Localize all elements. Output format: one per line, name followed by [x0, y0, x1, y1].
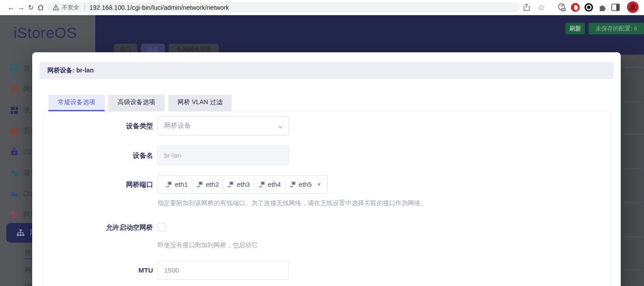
device-type-select[interactable]: 网桥设备 — [157, 116, 289, 135]
back-icon[interactable]: ← — [6, 0, 16, 15]
bridge-ports-help: 指定要附加到该网桥的有线端口。为了连接无线网络，请在无线设置中选择关联的接口作为… — [157, 199, 427, 207]
modal-title: 网桥设备: br-lan — [47, 67, 93, 75]
port-name: eth4 — [268, 181, 281, 188]
port-chip: eth3 — [223, 181, 254, 188]
store-bag-icon — [10, 148, 18, 156]
refresh-button[interactable]: 刷新 — [565, 23, 585, 34]
device-name-input[interactable]: br-lan — [157, 146, 289, 165]
port-chip: eth4 — [254, 181, 285, 188]
tab-advanced-device-options[interactable]: 高级设备选项 — [108, 95, 165, 111]
device-type-label: 设备类型 — [68, 116, 153, 135]
gauge-extension-icon[interactable] — [557, 3, 567, 12]
dark-circle-extension-icon[interactable] — [584, 3, 593, 12]
port-name: eth3 — [237, 181, 250, 188]
device-type-value: 网桥设备 — [164, 122, 191, 130]
device-name-label: 设备名 — [68, 146, 153, 165]
mtu-input[interactable]: 1500 — [157, 261, 289, 280]
port-chip: eth1 — [161, 181, 192, 188]
modal-title-bar: 网桥设备: br-lan — [39, 62, 614, 79]
reload-icon[interactable]: ↻ — [26, 0, 36, 15]
tab-bridge-vlan-filtering[interactable]: 网桥 VLAN 过滤 — [168, 95, 232, 111]
bridge-device-modal: 网桥设备: br-lan 常规设备选项 高级设备选项 网桥 VLAN 过滤 设备… — [32, 52, 621, 286]
services-gears-icon — [10, 169, 18, 177]
globe-icon — [10, 85, 18, 94]
bridge-ports-multiselect[interactable]: eth1 eth2 eth3 eth4 eth5 ▾ — [157, 175, 327, 193]
divider — [84, 4, 85, 11]
port-name: eth1 — [175, 181, 188, 188]
tab-general-device-options[interactable]: 常规设备选项 — [48, 95, 105, 111]
side-panel-icon[interactable] — [611, 3, 620, 12]
database-icon — [10, 211, 18, 219]
port-chip: eth2 — [192, 181, 223, 188]
dashboard-icon — [10, 64, 18, 73]
device-name-value: br-lan — [164, 151, 181, 159]
address-bar[interactable]: 不安全 192.168.100.1/cgi-bin/luci/admin/net… — [47, 2, 520, 13]
gear-icon — [10, 127, 18, 136]
share-icon[interactable] — [522, 3, 531, 12]
empty-bridge-help: 即使没有接口附加到网桥，也启动它 — [157, 241, 258, 249]
profile-avatar[interactable]: 皮 — [627, 1, 639, 13]
tab-content-panel — [43, 111, 611, 286]
not-secure-icon — [53, 4, 59, 10]
ethernet-port-icon — [165, 181, 173, 188]
extensions-puzzle-icon[interactable] — [597, 3, 607, 12]
adblock-hand-icon[interactable] — [571, 3, 580, 12]
modal-tabs: 常规设备选项 高级设备选项 网桥 VLAN 过滤 — [48, 95, 232, 111]
bridge-ports-label: 网桥端口 — [68, 175, 153, 193]
ethernet-port-icon — [227, 181, 234, 188]
port-name: eth2 — [206, 181, 219, 188]
bookmark-star-icon[interactable]: ☆ — [537, 3, 546, 12]
status-icon — [10, 106, 18, 115]
ethernet-port-icon — [258, 181, 266, 188]
home-icon[interactable] — [36, 0, 46, 15]
unsaved-config-button[interactable]: 未保存的配置: 6 — [589, 23, 644, 34]
empty-bridge-label: 允许启动空网桥 — [68, 223, 153, 231]
port-chip: eth5 — [285, 181, 316, 188]
docker-whale-icon — [10, 190, 18, 198]
mtu-value: 1500 — [164, 266, 179, 274]
mtu-label: MTU — [68, 261, 153, 280]
network-tree-icon — [16, 229, 25, 237]
browser-toolbar: ← → ↻ 不安全 192.168.100.1/cgi-bin/luci/adm… — [0, 0, 644, 15]
security-label: 不安全 — [62, 4, 79, 12]
page-header: 刷新 未保存的配置: 6 接口 设备 全局网络选项 — [95, 15, 644, 55]
app-logo[interactable]: iStoreOS — [13, 24, 77, 42]
url-text: 192.168.100.1/cgi-bin/luci/admin/network… — [89, 4, 229, 11]
forward-icon[interactable]: → — [16, 0, 26, 15]
empty-bridge-checkbox[interactable] — [157, 223, 166, 231]
ethernet-port-icon — [289, 181, 297, 188]
ethernet-port-icon — [196, 181, 203, 188]
chevron-down-icon — [278, 123, 283, 131]
port-name: eth5 — [299, 181, 312, 188]
dropdown-caret-icon: ▾ — [318, 181, 321, 188]
